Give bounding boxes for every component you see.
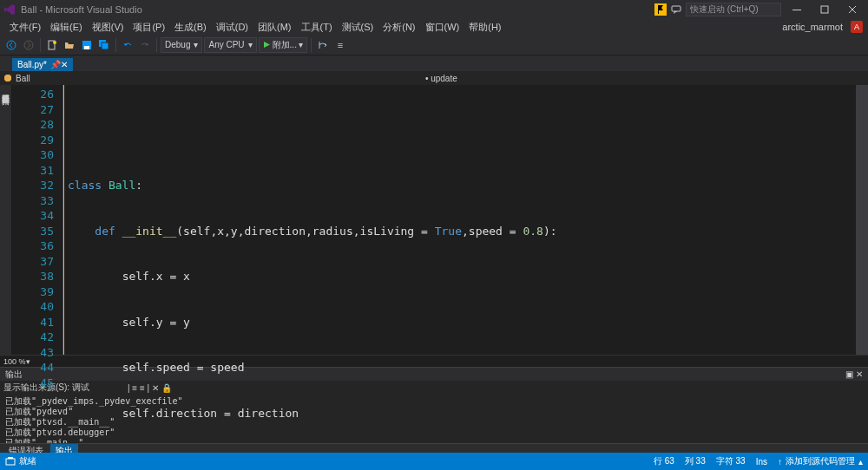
menu-project[interactable]: 项目(P) xyxy=(128,20,169,35)
status-line: 行 63 xyxy=(654,455,674,467)
menu-bar: 文件(F) 编辑(E) 视图(V) 项目(P) 生成(B) 调试(D) 团队(M… xyxy=(0,19,868,35)
menu-window[interactable]: 窗口(W) xyxy=(421,20,464,35)
tab-label: Ball.py* xyxy=(17,60,47,69)
maximize-button[interactable] xyxy=(812,2,837,17)
save-button[interactable] xyxy=(79,37,95,53)
svg-rect-11 xyxy=(6,459,15,465)
tab-bar: Ball.py* 📌 ✕ xyxy=(0,55,868,71)
menu-build[interactable]: 生成(B) xyxy=(170,20,211,35)
notification-flag-icon[interactable] xyxy=(654,3,667,16)
svg-point-3 xyxy=(7,41,16,49)
menu-analyze[interactable]: 分析(N) xyxy=(378,20,419,35)
svg-rect-1 xyxy=(792,10,801,10)
menu-edit[interactable]: 编辑(E) xyxy=(46,20,87,35)
status-git[interactable]: ↑ 添加到源代码管理 ▴ xyxy=(778,455,863,467)
close-tab-icon[interactable]: ✕ xyxy=(61,60,68,69)
svg-point-4 xyxy=(24,41,33,49)
menu-tools[interactable]: 工具(T) xyxy=(297,20,337,35)
class-icon xyxy=(3,74,12,82)
undo-button[interactable] xyxy=(120,37,135,53)
nav-class[interactable]: Ball xyxy=(16,74,30,83)
menu-file[interactable]: 文件(F) xyxy=(5,20,45,35)
step-button[interactable] xyxy=(315,37,331,53)
editor: 服务器资源管理器 工具箱 262728293031323334353637383… xyxy=(0,85,868,355)
title-bar: Ball - Microsoft Visual Studio 快速启动 (Ctr… xyxy=(0,0,868,19)
minimize-button[interactable] xyxy=(785,2,809,17)
platform-select[interactable]: Any CPU▾ xyxy=(204,37,256,53)
tab-ball-py[interactable]: Ball.py* 📌 ✕ xyxy=(12,58,73,71)
redo-button[interactable] xyxy=(137,37,153,53)
svg-rect-10 xyxy=(102,42,108,49)
svg-rect-8 xyxy=(84,46,89,49)
menu-team[interactable]: 团队(M) xyxy=(253,20,296,35)
scrollbar-vertical[interactable] xyxy=(856,85,868,355)
menu-view[interactable]: 视图(V) xyxy=(88,20,128,35)
status-ready: 就绪 xyxy=(5,455,36,467)
save-all-button[interactable] xyxy=(96,37,112,53)
code-area[interactable]: class Ball: def __init__(self,x,y,direct… xyxy=(62,85,856,355)
svg-rect-0 xyxy=(672,6,681,11)
status-bar: 就绪 行 63 列 33 字符 33 Ins ↑ 添加到源代码管理 ▴ xyxy=(0,453,868,470)
nav-method[interactable]: update xyxy=(431,74,457,83)
side-tab-toolbox[interactable]: 服务器资源管理器 工具箱 xyxy=(0,85,12,355)
feedback-icon[interactable] xyxy=(670,3,682,16)
forward-button[interactable] xyxy=(21,37,36,53)
misc-button[interactable]: ≡ xyxy=(332,37,348,53)
back-button[interactable] xyxy=(3,37,19,53)
user-avatar-icon: A xyxy=(851,21,863,33)
status-ins: Ins xyxy=(756,455,767,467)
pin-icon[interactable]: 📌 xyxy=(50,60,57,69)
config-select[interactable]: Debug▾ xyxy=(161,37,202,53)
menu-test[interactable]: 测试(S) xyxy=(338,20,378,35)
window-title: Ball - Microsoft Visual Studio xyxy=(21,4,654,15)
svg-rect-12 xyxy=(8,457,13,459)
quick-launch-input[interactable]: 快速启动 (Ctrl+Q) xyxy=(686,3,781,16)
status-col: 列 33 xyxy=(685,455,706,467)
nav-bar: Ball • update xyxy=(0,71,868,85)
status-char: 字符 33 xyxy=(716,455,746,467)
svg-point-6 xyxy=(53,41,56,44)
line-gutter: 2627282930313233343536373839404142434445 xyxy=(12,85,62,355)
new-button[interactable] xyxy=(44,37,60,53)
menu-help[interactable]: 帮助(H) xyxy=(464,20,505,35)
menu-debug[interactable]: 调试(D) xyxy=(212,20,253,35)
open-button[interactable] xyxy=(62,37,77,53)
close-button[interactable] xyxy=(840,2,865,17)
user-name: arctic_marmot xyxy=(778,21,847,33)
run-button[interactable]: 附加...▾ xyxy=(259,37,307,53)
vs-logo-icon xyxy=(3,3,16,16)
toolbar: Debug▾ Any CPU▾ 附加...▾ ≡ xyxy=(0,35,868,55)
user-account[interactable]: arctic_marmot A xyxy=(778,21,863,33)
svg-rect-2 xyxy=(821,6,828,13)
